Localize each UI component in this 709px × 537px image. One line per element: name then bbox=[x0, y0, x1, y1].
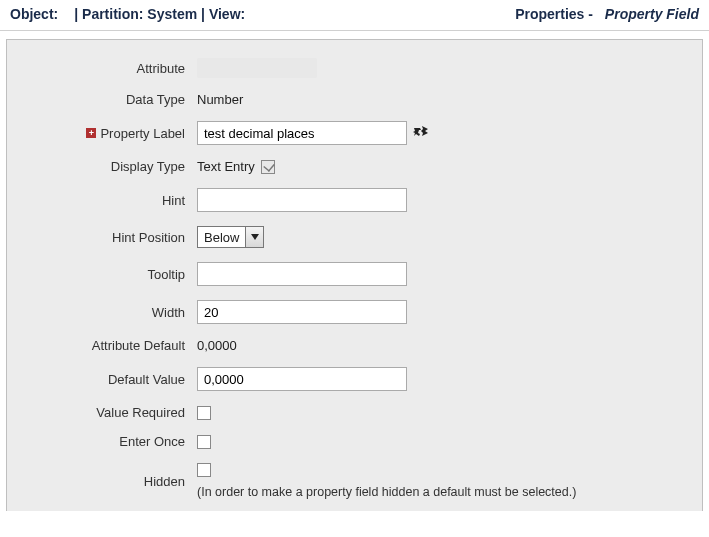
display-type-checkbox bbox=[261, 160, 275, 174]
tooltip-input[interactable] bbox=[197, 262, 407, 286]
property-form-panel: Attribute Data Type Number + Property La… bbox=[6, 39, 703, 511]
default-value-input[interactable] bbox=[197, 367, 407, 391]
properties-label: Properties - bbox=[515, 6, 593, 22]
attribute-default-label: Attribute Default bbox=[92, 338, 185, 353]
width-input[interactable] bbox=[197, 300, 407, 324]
attribute-value bbox=[197, 58, 317, 78]
display-type-value: Text Entry bbox=[197, 159, 255, 174]
data-type-value: Number bbox=[197, 92, 243, 107]
data-type-label: Data Type bbox=[126, 92, 185, 107]
default-value-label: Default Value bbox=[108, 372, 185, 387]
display-type-label: Display Type bbox=[111, 159, 185, 174]
attribute-label: Attribute bbox=[137, 61, 185, 76]
properties-subtitle: Property Field bbox=[605, 6, 699, 22]
hidden-label: Hidden bbox=[144, 474, 185, 489]
hidden-checkbox[interactable] bbox=[197, 463, 211, 477]
value-required-checkbox[interactable] bbox=[197, 406, 211, 420]
hint-input[interactable] bbox=[197, 188, 407, 212]
enter-once-checkbox[interactable] bbox=[197, 435, 211, 449]
partition-view-label: | Partition: System | View: bbox=[74, 6, 245, 22]
hint-label: Hint bbox=[162, 193, 185, 208]
hint-position-select[interactable]: Below bbox=[197, 226, 264, 248]
width-label: Width bbox=[152, 305, 185, 320]
hint-position-value: Below bbox=[198, 230, 245, 245]
property-label-label: Property Label bbox=[100, 126, 185, 141]
property-label-input[interactable] bbox=[197, 121, 407, 145]
hidden-note: (In order to make a property field hidde… bbox=[197, 485, 576, 499]
chevron-down-icon bbox=[245, 227, 263, 247]
object-label: Object: bbox=[10, 6, 58, 22]
value-required-label: Value Required bbox=[96, 405, 185, 420]
tooltip-label: Tooltip bbox=[147, 267, 185, 282]
breadcrumb-header: Object: | Partition: System | View: Prop… bbox=[0, 0, 709, 31]
translate-icon[interactable] bbox=[413, 125, 429, 142]
attribute-default-value: 0,0000 bbox=[197, 338, 237, 353]
enter-once-label: Enter Once bbox=[119, 434, 185, 449]
required-icon: + bbox=[86, 128, 96, 138]
hint-position-label: Hint Position bbox=[112, 230, 185, 245]
